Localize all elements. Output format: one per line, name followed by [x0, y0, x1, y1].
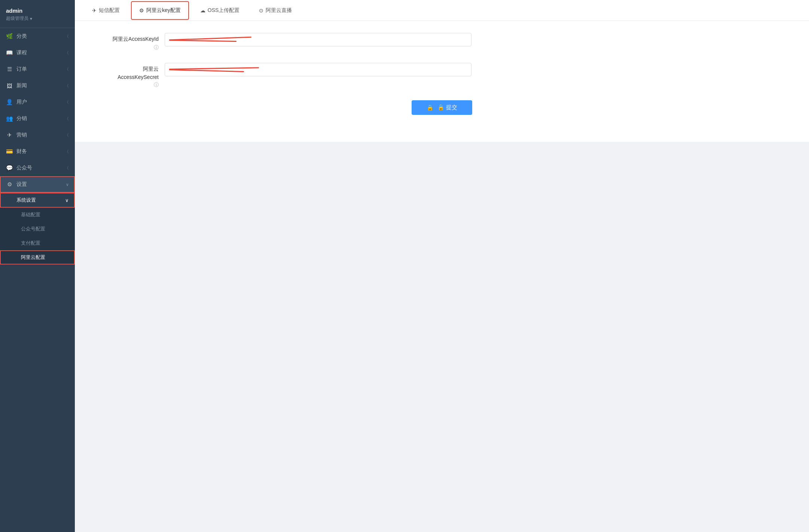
chevron-icon: 〈 — [65, 67, 69, 72]
settings-icon: ⚙ — [6, 181, 13, 188]
sidebar-item-label: 分类 — [16, 33, 27, 40]
tab-oss[interactable]: ☁ OSS上传配置 — [192, 1, 248, 20]
chevron-icon: 〈 — [65, 34, 69, 39]
marketing-icon: ✈ — [6, 132, 13, 138]
access-key-secret-input[interactable] — [165, 63, 471, 76]
wechat-icon: 💬 — [6, 165, 13, 171]
sidebar-item-news[interactable]: 🖼 新闻 〈 — [0, 77, 75, 94]
sub-item-payment-config[interactable]: 支付配置 — [0, 236, 75, 250]
sidebar-item-category[interactable]: 🌿 分类 〈 — [0, 28, 75, 45]
oss-icon: ☁ — [200, 7, 205, 13]
admin-role: 超级管理员 ▾ — [6, 15, 69, 22]
chevron-icon: 〈 — [65, 149, 69, 155]
chevron-down-icon: ∨ — [65, 198, 69, 203]
news-icon: 🖼 — [6, 83, 13, 89]
chevron-icon: 〈 — [65, 50, 69, 56]
aliyun-key-icon: ⚙ — [139, 7, 144, 13]
content-wrapper: ✈ 短信配置 ⚙ 阿里云key配置 ☁ OSS上传配置 ⊙ 阿里云直播 — [75, 0, 809, 142]
sidebar-menu: 🌿 分类 〈 📖 课程 〈 ☰ 订单 〈 🖼 新闻 〈 — [0, 28, 75, 532]
sidebar-item-course[interactable]: 📖 课程 〈 — [0, 45, 75, 61]
sidebar-item-label: 财务 — [16, 148, 27, 155]
chevron-icon: 〈 — [65, 83, 69, 89]
sidebar-item-finance[interactable]: 💳 财务 〈 — [0, 143, 75, 160]
chevron-icon: 〈 — [65, 165, 69, 171]
chevron-icon: 〈 — [65, 132, 69, 138]
sidebar-item-label: 课程 — [16, 49, 27, 56]
sidebar-item-settings[interactable]: ⚙ 设置 ∨ — [0, 176, 75, 193]
sidebar-header: admin 超级管理员 ▾ — [0, 0, 75, 28]
chevron-icon: 〈 — [65, 100, 69, 105]
order-icon: ☰ — [6, 66, 13, 73]
course-icon: 📖 — [6, 49, 13, 56]
access-key-secret-label: 阿里云 AccessKeySecret ⓘ — [90, 63, 165, 88]
submit-button[interactable]: 🔒 🔒 提交 — [412, 100, 472, 115]
sidebar-item-label: 营销 — [16, 132, 27, 138]
sidebar: admin 超级管理员 ▾ 🌿 分类 〈 📖 课程 〈 ☰ 订单 — [0, 0, 75, 532]
sub-item-aliyun-config[interactable]: 阿里云配置 — [0, 250, 75, 265]
tab-aliyun-live[interactable]: ⊙ 阿里云直播 — [251, 1, 300, 20]
tab-sms[interactable]: ✈ 短信配置 — [84, 1, 128, 20]
info-icon-secret[interactable]: ⓘ — [154, 82, 159, 88]
sidebar-item-label: 设置 — [16, 181, 27, 188]
gray-background — [75, 142, 809, 532]
finance-icon: 💳 — [6, 148, 13, 155]
chevron-down-icon: ▾ — [30, 16, 32, 21]
info-icon[interactable]: ⓘ — [154, 44, 159, 51]
access-key-id-input[interactable] — [165, 33, 471, 46]
tab-bar: ✈ 短信配置 ⚙ 阿里云key配置 ☁ OSS上传配置 ⊙ 阿里云直播 — [75, 0, 809, 21]
sidebar-item-label: 分销 — [16, 115, 27, 122]
chevron-down-icon: ∨ — [66, 182, 69, 187]
admin-name: admin — [6, 7, 69, 14]
category-icon: 🌿 — [6, 33, 13, 40]
access-key-id-label: 阿里云AccessKeyId ⓘ — [90, 33, 165, 51]
settings-submenu: 系统设置 ∨ 基础配置 公众号配置 支付配置 阿里云配置 — [0, 193, 75, 265]
lock-icon: 🔒 — [427, 104, 434, 111]
sms-icon: ✈ — [92, 7, 97, 13]
chevron-icon: 〈 — [65, 116, 69, 122]
sidebar-item-user[interactable]: 👤 用户 〈 — [0, 94, 75, 110]
access-key-id-row: 阿里云AccessKeyId ⓘ — [90, 33, 794, 51]
sub-item-wechat-config[interactable]: 公众号配置 — [0, 222, 75, 236]
access-key-id-field — [165, 33, 471, 46]
submit-row: 🔒 🔒 提交 — [90, 100, 794, 115]
sidebar-item-label: 新闻 — [16, 82, 27, 89]
main-content: ✈ 短信配置 ⚙ 阿里云key配置 ☁ OSS上传配置 ⊙ 阿里云直播 — [75, 0, 809, 532]
sidebar-item-marketing[interactable]: ✈ 营销 〈 — [0, 127, 75, 143]
aliyun-live-icon: ⊙ — [259, 7, 263, 13]
sidebar-item-label: 公众号 — [16, 165, 32, 171]
tab-aliyun-key[interactable]: ⚙ 阿里云key配置 — [131, 1, 189, 20]
access-key-secret-field — [165, 63, 471, 76]
form-content: 阿里云AccessKeyId ⓘ 阿里云 Ac — [75, 21, 809, 142]
submenu-item-system-settings[interactable]: 系统设置 ∨ — [0, 193, 75, 208]
sub-item-basic-config[interactable]: 基础配置 — [0, 208, 75, 222]
user-icon: 👤 — [6, 99, 13, 106]
sidebar-item-label: 用户 — [16, 99, 27, 106]
sidebar-item-order[interactable]: ☰ 订单 〈 — [0, 61, 75, 77]
access-key-secret-row: 阿里云 AccessKeySecret ⓘ — [90, 63, 794, 88]
sidebar-item-wechat[interactable]: 💬 公众号 〈 — [0, 160, 75, 176]
sidebar-item-distribution[interactable]: 👥 分销 〈 — [0, 110, 75, 127]
sidebar-item-label: 订单 — [16, 66, 27, 73]
distribution-icon: 👥 — [6, 115, 13, 122]
